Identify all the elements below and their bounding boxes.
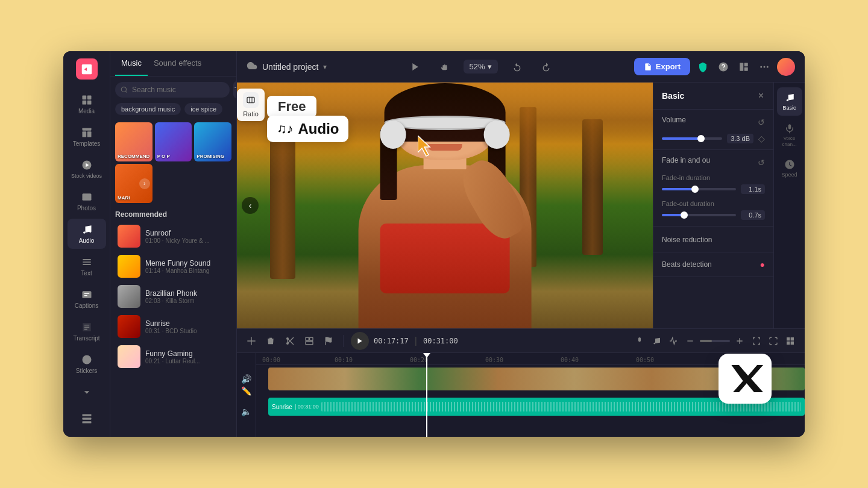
sidebar-item-transcript[interactable]: Transcript bbox=[68, 316, 106, 346]
volume-reset-btn[interactable]: ↺ bbox=[758, 117, 765, 127]
fit-btn[interactable] bbox=[749, 334, 764, 348]
audio-connect-btn[interactable] bbox=[666, 334, 681, 348]
avatar[interactable] bbox=[777, 58, 795, 76]
grid-item-mari[interactable]: MARI › bbox=[115, 164, 153, 203]
ruler-0: 00:00 bbox=[262, 357, 280, 363]
group-btn[interactable] bbox=[302, 334, 316, 348]
right-tab-speed[interactable]: Speed bbox=[777, 154, 802, 183]
project-name: Untitled project bbox=[262, 62, 318, 72]
tag-background-music[interactable]: background music bbox=[115, 103, 181, 115]
layout-btn[interactable] bbox=[736, 59, 752, 75]
fullscreen-icon bbox=[769, 336, 778, 346]
track-thumb-brazil bbox=[118, 285, 140, 308]
sidebar-item-stock[interactable]: Stock videos bbox=[68, 154, 106, 184]
playhead[interactable] bbox=[426, 353, 427, 437]
audio-track-label: Sunrise bbox=[272, 404, 292, 410]
trim-btn[interactable] bbox=[283, 334, 297, 348]
sidebar-item-audio[interactable]: Audio bbox=[68, 219, 106, 249]
edit-track-btn[interactable]: ✏️ bbox=[241, 386, 251, 396]
right-tab-basic[interactable]: Basic bbox=[777, 87, 802, 116]
sidebar-item-photos[interactable]: Photos bbox=[68, 186, 106, 216]
mic-icon bbox=[635, 336, 644, 346]
volume-track-btn[interactable]: 🔊 bbox=[241, 374, 251, 384]
help-btn[interactable] bbox=[715, 59, 731, 75]
app-logo[interactable] bbox=[76, 58, 98, 80]
flag-btn[interactable] bbox=[321, 334, 336, 348]
fade-out-track[interactable] bbox=[662, 214, 736, 216]
svg-rect-43 bbox=[787, 341, 790, 344]
tab-music[interactable]: Music bbox=[115, 51, 148, 76]
ratio-overlay[interactable]: Ratio bbox=[237, 89, 265, 121]
music-add-btn[interactable] bbox=[649, 334, 664, 348]
fade-out-thumb[interactable] bbox=[681, 211, 688, 219]
flag-icon bbox=[324, 336, 333, 346]
redo-icon bbox=[541, 62, 551, 72]
sidebar-item-text[interactable]: Text bbox=[68, 251, 106, 281]
fade-in-fill bbox=[662, 188, 695, 190]
list-item[interactable]: Sunrise 00:31 · BCD Studio bbox=[113, 311, 234, 342]
timeline-play-btn[interactable] bbox=[351, 332, 369, 350]
tag-ice-spice[interactable]: ice spice bbox=[184, 103, 222, 115]
delete-btn[interactable] bbox=[263, 334, 278, 348]
noise-section: Noise reduction bbox=[653, 227, 773, 252]
grid-item-recommend[interactable]: RECOMMEND bbox=[115, 122, 153, 161]
tab-sound-effects[interactable]: Sound effects bbox=[148, 51, 207, 76]
list-item[interactable]: Sunroof 01:00 · Nicky Youre & ... bbox=[113, 221, 234, 251]
shield-btn[interactable] bbox=[695, 59, 711, 75]
list-item[interactable]: Brazillian Phonk 02:03 · Killa Storm bbox=[113, 281, 234, 311]
play-icon bbox=[356, 337, 363, 345]
zoom-out-btn[interactable] bbox=[683, 334, 697, 348]
sidebar-item-templates[interactable]: Templates bbox=[68, 122, 106, 152]
audio-track[interactable]: Sunrise | 00:31:00 bbox=[268, 398, 805, 416]
zoom-level-btn[interactable]: 52% ▾ bbox=[464, 60, 498, 74]
audio-connect-icon bbox=[668, 336, 678, 346]
more-btn[interactable] bbox=[756, 59, 772, 75]
grid-item-promising[interactable]: PROMISING bbox=[194, 122, 231, 161]
hand-tool-btn[interactable] bbox=[435, 60, 454, 74]
volume-slider-thumb[interactable] bbox=[697, 135, 705, 142]
volume-diamond-btn[interactable]: ◇ bbox=[758, 134, 765, 143]
list-item[interactable]: Funny Gaming 00:21 · Luttar Reul... bbox=[113, 342, 234, 372]
play-mode-btn[interactable] bbox=[406, 60, 425, 74]
sidebar-item-stickers[interactable]: Stickers bbox=[68, 349, 106, 379]
undo-icon bbox=[512, 62, 522, 72]
svg-marker-40 bbox=[358, 338, 362, 343]
grid-item-pop[interactable]: P O P bbox=[155, 122, 192, 161]
fade-in-track[interactable] bbox=[662, 188, 736, 190]
sidebar-settings-btn[interactable] bbox=[68, 408, 106, 430]
project-dropdown-arrow[interactable]: ▾ bbox=[323, 63, 327, 71]
volume-slider-track[interactable] bbox=[662, 137, 722, 140]
track-info-meme: Meme Funny Sound 01:14 · Manhoa Bintang bbox=[145, 259, 229, 274]
list-item[interactable]: Meme Funny Sound 01:14 · Manhoa Bintang bbox=[113, 251, 234, 281]
svg-point-27 bbox=[767, 66, 769, 67]
grid-view-btn[interactable] bbox=[783, 334, 797, 348]
svg-rect-36 bbox=[306, 337, 309, 340]
split-btn[interactable] bbox=[244, 334, 259, 348]
svg-point-10 bbox=[84, 195, 86, 197]
undo-btn[interactable] bbox=[508, 60, 527, 74]
zoom-slider[interactable] bbox=[700, 340, 730, 342]
volume-track2-btn[interactable]: 🔈 bbox=[241, 407, 251, 416]
redo-btn[interactable] bbox=[536, 60, 556, 74]
music-tags: background music ice spice bbox=[110, 103, 236, 120]
sidebar-expand-btn[interactable] bbox=[68, 381, 106, 403]
track-thumb-sunroof bbox=[118, 225, 140, 248]
close-panel-btn[interactable]: × bbox=[757, 90, 765, 102]
sidebar-item-captions[interactable]: Captions bbox=[68, 284, 106, 314]
total-time: 00:31:00 bbox=[423, 337, 458, 345]
fade-in-thumb[interactable] bbox=[691, 186, 699, 193]
fade-in-label: Fade-in duration bbox=[662, 174, 765, 181]
video-track[interactable] bbox=[268, 368, 805, 390]
fullscreen-btn[interactable] bbox=[766, 334, 781, 348]
music-panel: Music Sound effects background music ice… bbox=[110, 51, 237, 437]
prev-frame-btn[interactable]: ‹ bbox=[242, 197, 259, 214]
svg-rect-16 bbox=[82, 418, 91, 419]
right-tab-voice[interactable]: Voice chan... bbox=[777, 118, 802, 152]
mic-btn[interactable] bbox=[632, 334, 647, 348]
music-search-input[interactable] bbox=[115, 82, 230, 98]
voice-icon bbox=[784, 123, 795, 134]
zoom-in-btn[interactable] bbox=[732, 334, 747, 348]
sidebar-item-media[interactable]: Media bbox=[68, 89, 106, 119]
fade-reset-btn[interactable]: ↺ bbox=[758, 158, 765, 167]
export-button[interactable]: Export bbox=[634, 58, 690, 75]
